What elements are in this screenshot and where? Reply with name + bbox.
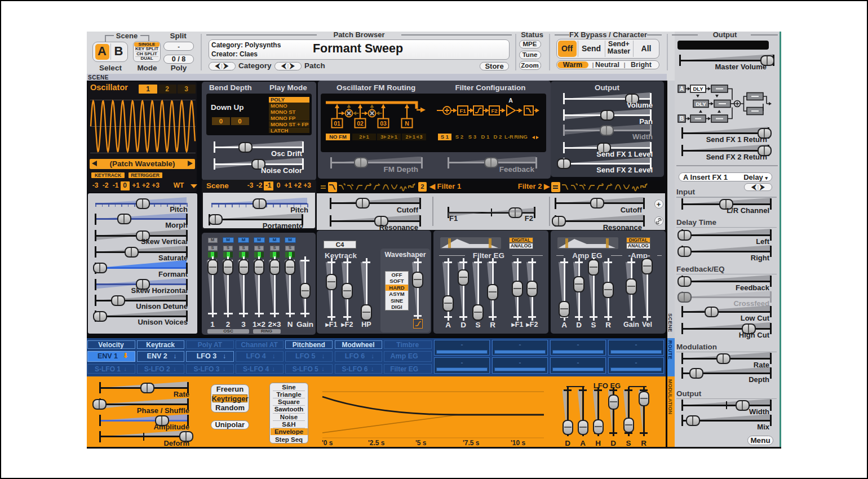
svg-text:01: 01 bbox=[334, 120, 340, 127]
svg-text:B: B bbox=[680, 116, 684, 122]
svg-text:03: 03 bbox=[380, 120, 387, 127]
svg-text:A: A bbox=[680, 86, 684, 92]
svg-text:DLY: DLY bbox=[696, 101, 706, 107]
svg-text:N: N bbox=[405, 120, 409, 127]
svg-text:02: 02 bbox=[357, 120, 364, 127]
svg-text:DLY: DLY bbox=[693, 86, 703, 92]
svg-text:F1: F1 bbox=[459, 108, 466, 114]
svg-text:F2: F2 bbox=[491, 108, 497, 114]
